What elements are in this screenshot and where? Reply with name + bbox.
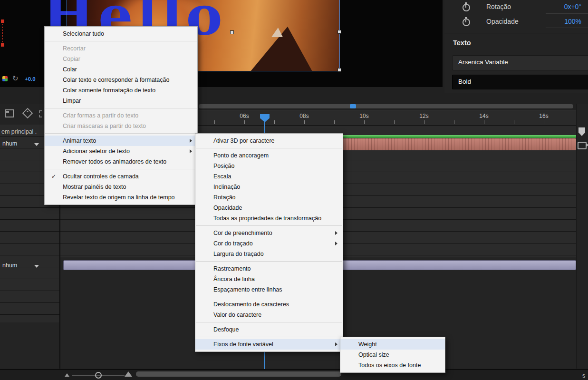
timeline-navigator-bar[interactable] [199,104,573,108]
menu-item-recortar[interactable]: Recortar [45,43,197,54]
menu-item-optical-size[interactable]: Optical size [340,350,445,360]
menu-item-rotacao[interactable]: Rotação [195,192,343,203]
opacity-value[interactable]: 100% [540,18,581,25]
menu-item-desfoque[interactable]: Desfoque [195,324,343,335]
chevron-down-icon [34,143,39,146]
menu-item-adicionar-seletor[interactable]: Adicionar seletor de texto [45,146,197,156]
menu-item-cor-preenchimento[interactable]: Cor de preenchimento [195,228,343,238]
exposure-value[interactable]: +0.0 [25,76,36,82]
value-divider [546,28,588,28]
menu-item-weight[interactable]: Weight [340,339,445,350]
selection-handle-right-bottom[interactable] [337,68,341,72]
menu-separator [196,322,342,322]
menu-item-label: Espaçamento entre linhas [213,286,282,293]
menu-item-ocultar-controles[interactable]: ✓Ocultar controles de camada [45,171,197,182]
menu-item-cor-tracado[interactable]: Cor do traçado [195,238,343,249]
menu-item-label: Colar [63,66,77,73]
font-family-dropdown[interactable]: Arsenica Variable [452,55,588,70]
motion-path-line [2,24,3,43]
menu-item-label: Copiar [63,56,80,62]
menu-item-label: Ocultar controles de camada [63,173,139,180]
ruler-label-10s: 10s [356,113,373,119]
menu-item-rastreamento[interactable]: Rastreamento [195,263,343,274]
menu-item-espacamento-linhas[interactable]: Espaçamento entre linhas [195,284,343,295]
menu-item-criar-formas[interactable]: Criar formas a partir do texto [45,110,197,121]
stopwatch-icon-rotation[interactable] [463,4,470,11]
menu-item-label: Âncora de linha [213,276,255,283]
menu-item-colar-texto-corresponder[interactable]: Colar texto e corresponder à formatação [45,75,197,85]
menu-item-todas-propriedades[interactable]: Todas as propriedades de transformação [195,213,343,224]
menu-item-todos-eixos-fonte[interactable]: Todos os eixos de fonte [340,360,445,370]
menu-item-inclinacao[interactable]: Inclinação [195,182,343,192]
layer-column-lower [0,322,59,369]
menu-item-escala[interactable]: Escala [195,171,343,182]
menu-item-deslocamento-caracteres[interactable]: Deslocamento de caracteres [195,299,343,310]
menu-item-colar-somente-formatacao[interactable]: Colar somente formatação de texto [45,85,197,96]
menu-item-limpar[interactable]: Limpar [45,96,197,106]
font-family-value: Arsenica Variable [458,58,508,66]
menu-item-revelar-texto-origem[interactable]: Revelar texto de origem na linha de temp… [45,192,197,203]
menu-item-label: Ativar 3D por caractere [213,137,275,144]
navigator-viewport-marker[interactable] [350,104,356,108]
track-matte-dropdown-2-value: nhum [2,262,17,269]
menu-item-label: Colar somente formatação de texto [63,87,155,94]
menu-item-label: Opacidade [213,205,242,211]
zoom-out-icon[interactable] [65,373,69,377]
menu-item-label: Animar texto [63,137,96,144]
zoom-in-icon[interactable] [125,371,132,377]
menu-separator [196,148,342,148]
menu-item-label: Recortar [63,45,86,52]
menu-item-copiar[interactable]: Copiar [45,54,197,64]
menu-item-remover-animadores[interactable]: Remover todos os animadores de texto [45,156,197,167]
menu-item-label: Rotação [213,194,236,201]
menu-item-largura-tracado[interactable]: Largura do traçado [195,249,343,259]
font-axes-submenu: Weight Optical size Todos os eixos de fo… [340,337,445,373]
corner-text-fragment: s [582,372,585,379]
menu-item-posicao[interactable]: Posição [195,161,343,171]
rotation-value[interactable]: 0x+0° [540,3,581,10]
opacity-label: Opacidade [486,18,519,25]
ruler-label-16s: 16s [535,113,552,119]
font-style-dropdown[interactable]: Bold [452,75,588,89]
menu-item-label: Criar máscaras a partir do texto [63,123,146,129]
camera-icon[interactable] [578,142,587,149]
menu-item-mostrar-paineis[interactable]: Mostrar painéis de texto [45,182,197,192]
menu-item-label: Cor do traçado [213,240,253,247]
ruler-label-08s: 08s [296,113,313,119]
menu-item-label: Ponto de ancoragem [213,152,269,159]
zoom-slider-knob[interactable] [95,372,102,379]
menu-item-ancora-linha[interactable]: Âncora de linha [195,274,343,284]
submenu-arrow-icon [190,149,192,153]
menu-item-criar-mascaras[interactable]: Criar máscaras a partir do texto [45,121,197,131]
menu-item-label: Deslocamento de caracteres [213,301,289,308]
stopwatch-icon-opacity[interactable] [463,19,470,26]
menu-item-selecionar-tudo[interactable]: Selecionar tudo [45,29,197,39]
menu-item-label: Eixos de fonte variável [213,341,273,348]
anchor-point-handle[interactable] [230,30,234,34]
menu-item-animar-texto[interactable]: Animar texto [45,136,197,146]
channels-icon[interactable] [2,76,8,81]
panel-divider [444,33,588,33]
menu-item-valor-caractere[interactable]: Valor do caractere [195,310,343,320]
menu-separator [45,41,197,41]
ruler-label-06s: 06s [236,113,253,119]
selection-handle-right-mid[interactable] [337,30,341,34]
refresh-icon[interactable]: ↻ [12,74,19,83]
motion-path-mark-1 [1,19,4,23]
menu-item-eixos-fonte-variavel[interactable]: Eixos de fonte variável [195,339,343,350]
menu-item-label: Rastreamento [213,265,251,272]
menu-item-ponto-ancoragem[interactable]: Ponto de ancoragem [195,150,343,161]
menu-item-label: Weight [358,341,377,348]
track-matte-dropdown-2[interactable]: nhum [0,261,48,271]
layers-icon[interactable] [5,109,14,117]
menu-item-label: Inclinação [213,184,240,190]
menu-item-opacidade[interactable]: Opacidade [195,203,343,213]
submenu-arrow-icon [335,231,337,235]
horizontal-scrollbar[interactable] [136,371,341,377]
menu-item-colar[interactable]: Colar [45,64,197,75]
menu-item-label: Criar formas a partir do texto [63,112,138,119]
ruler-label-12s: 12s [415,113,433,119]
track-matte-dropdown-1[interactable]: nhum [0,139,48,149]
menu-item-ativar-3d[interactable]: Ativar 3D por caractere [195,136,343,146]
menu-item-label: Mostrar painéis de texto [63,184,126,190]
